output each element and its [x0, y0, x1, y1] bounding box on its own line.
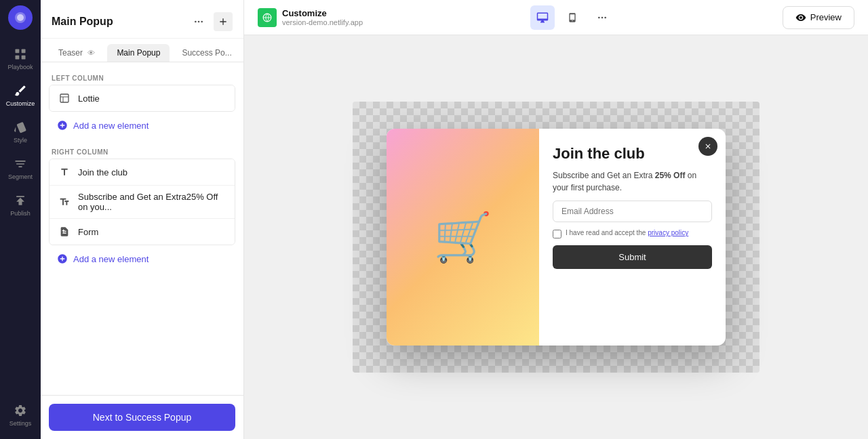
desktop-icon [536, 12, 549, 24]
sidebar-item-label: Settings [9, 420, 32, 427]
plus-circle-icon-2 [57, 253, 68, 264]
tab-main-popup[interactable]: Main Popup [107, 44, 170, 62]
privacy-checkbox-row: I have read and accept the privacy polic… [553, 229, 712, 238]
sidebar-item-label: Publish [10, 210, 31, 217]
svg-point-14 [601, 16, 604, 18]
sidebar-item-customize[interactable]: Customize [0, 77, 41, 114]
left-panel: Main Popup Teaser 👁 Main Popup Success P… [41, 0, 244, 439]
main-area: Customize version-demo.netlify.app [244, 0, 868, 439]
heading-item[interactable]: Join the club [50, 159, 235, 186]
form-label: Form [78, 227, 98, 237]
teaser-eye-icon: 👁 [87, 49, 95, 57]
more-icon [597, 12, 608, 23]
panel-title: Main Popup [52, 16, 113, 28]
sidebar-item-label: Segment [8, 173, 33, 180]
sidebar-item-settings[interactable]: Settings [0, 397, 41, 434]
form-item[interactable]: Form [50, 219, 235, 245]
tabs-row: Teaser 👁 Main Popup Success Po... [41, 39, 243, 62]
style-icon [14, 121, 27, 134]
panel-content: LEFT COLUMN Lottie Ad [41, 62, 243, 395]
right-column-section: RIGHT COLUMN Join the club [41, 144, 243, 270]
svg-rect-2 [16, 49, 20, 54]
app-subtitle: version-demo.netlify.app [282, 18, 363, 26]
heading-icon [58, 165, 71, 179]
teaser-tab-label: Teaser [58, 48, 83, 58]
success-tab-label: Success Po... [182, 48, 231, 58]
panel-footer: Next to Success Popup [41, 395, 243, 439]
add-left-element[interactable]: Add a new element [49, 114, 235, 136]
add-section-button[interactable] [214, 12, 233, 31]
app-title: Customize [282, 8, 363, 18]
popup-content: Join the club Subscribe and Get an Extra… [539, 129, 726, 346]
app-logo [8, 5, 33, 30]
popup-title: Join the club [553, 145, 712, 163]
mobile-button[interactable] [560, 5, 585, 30]
close-icon [704, 142, 712, 150]
left-column-section: LEFT COLUMN Lottie Ad [41, 70, 243, 136]
heading-label: Join the club [78, 167, 127, 177]
right-column-items: Join the club Subscribe and Get an Extra… [49, 159, 235, 245]
svg-point-15 [605, 16, 607, 18]
privacy-link[interactable]: privacy policy [648, 229, 688, 236]
add-left-label: Add a new element [73, 121, 149, 131]
popup-illustration-area: 🛒 [387, 129, 539, 346]
sidebar-item-playbook[interactable]: Playbook [0, 41, 41, 77]
svg-point-8 [201, 21, 203, 23]
eye-icon [795, 12, 806, 23]
device-switcher [530, 5, 614, 30]
canvas-background: 🛒 Join the club Subscribe and Get an Ext… [353, 102, 760, 373]
top-bar: Customize version-demo.netlify.app [244, 0, 868, 35]
text-icon [58, 195, 71, 209]
lottie-item[interactable]: Lottie [50, 85, 235, 111]
sidebar: Playbook Customize Style Segment Publish… [0, 0, 41, 439]
mobile-icon [567, 12, 578, 23]
popup-subtitle: Subscribe and Get an Extra 25% Off on yo… [553, 169, 712, 194]
popup-image: 🛒 [433, 209, 492, 265]
desktop-button[interactable] [530, 5, 555, 30]
right-column-label: RIGHT COLUMN [41, 144, 243, 159]
email-input[interactable] [553, 201, 712, 222]
sidebar-item-style[interactable]: Style [0, 114, 41, 150]
panel-actions [189, 12, 233, 31]
dots-icon [193, 16, 204, 27]
sidebar-item-segment[interactable]: Segment [0, 150, 41, 187]
main-popup-tab-label: Main Popup [117, 48, 160, 58]
svg-rect-4 [16, 56, 20, 60]
svg-rect-5 [22, 56, 26, 60]
preview-button[interactable]: Preview [783, 6, 854, 29]
canvas-area: 🛒 Join the club Subscribe and Get an Ext… [244, 35, 868, 439]
form-icon [58, 225, 71, 238]
text-label: Subscribe and Get an Extra25% Off on you… [78, 192, 226, 212]
privacy-checkbox[interactable] [553, 230, 561, 238]
sidebar-item-publish[interactable]: Publish [0, 187, 41, 224]
tab-success-popup[interactable]: Success Po... [172, 44, 241, 62]
add-right-element[interactable]: Add a new element [49, 248, 235, 270]
segment-icon [14, 157, 27, 171]
sidebar-item-label: Style [14, 137, 27, 144]
popup-close-button[interactable] [698, 137, 717, 156]
brush-icon [14, 84, 27, 98]
text-item[interactable]: Subscribe and Get an Extra25% Off on you… [50, 186, 235, 219]
options-button[interactable] [189, 12, 208, 31]
left-column-label: LEFT COLUMN [41, 70, 243, 85]
plus-icon [218, 16, 229, 27]
svg-point-13 [598, 16, 600, 18]
svg-point-1 [17, 14, 24, 21]
settings-icon [14, 404, 27, 417]
submit-button[interactable]: Submit [553, 245, 712, 269]
lottie-icon [58, 91, 71, 105]
popup-modal: 🛒 Join the club Subscribe and Get an Ext… [387, 129, 726, 346]
lottie-label: Lottie [78, 93, 100, 104]
next-button[interactable]: Next to Success Popup [49, 404, 235, 431]
svg-point-6 [195, 21, 197, 23]
add-right-label: Add a new element [73, 254, 149, 264]
sidebar-item-label: Customize [6, 100, 35, 107]
left-column-items: Lottie [49, 85, 235, 112]
svg-rect-3 [22, 49, 26, 54]
svg-rect-9 [60, 94, 68, 102]
panel-header: Main Popup [41, 0, 243, 39]
tab-teaser[interactable]: Teaser 👁 [49, 44, 104, 62]
grid-icon [14, 47, 27, 61]
more-button[interactable] [590, 5, 614, 30]
plus-circle-icon [57, 120, 68, 131]
